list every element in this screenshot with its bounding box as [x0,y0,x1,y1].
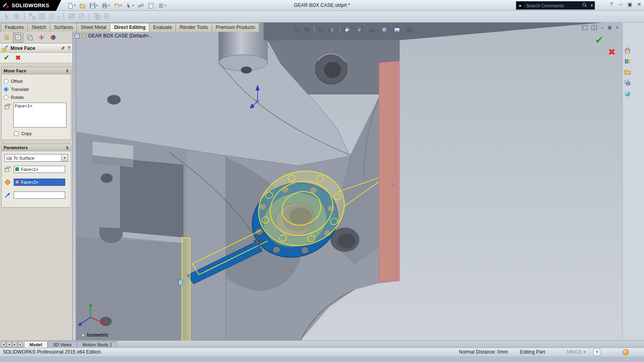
save-button[interactable]: ▾ [88,1,99,10]
undo-dropdown-icon[interactable]: ▾ [120,4,122,7]
view-settings-button[interactable]: ▾ [405,26,417,34]
radio-offset[interactable]: Offset [4,77,69,85]
end-condition-dropdown[interactable]: Up To Surface ▾ [4,154,68,162]
feature-tree-root[interactable]: + GEAR BOX CASE (Default<... [75,33,153,39]
dimxpertmanager-tab[interactable] [36,33,47,43]
tree-expand-icon[interactable]: + [75,34,79,38]
copy-checkbox[interactable] [14,131,19,136]
featuremanager-tab[interactable] [1,33,12,43]
view-palette-icon[interactable] [624,79,631,86]
print-button[interactable]: ▾ [100,1,111,10]
undo-button[interactable]: ▾ [112,1,123,10]
hide-show-items-button[interactable]: ▾ [367,26,379,34]
pm-help-icon[interactable]: ? [68,45,70,51]
radio-translate-input[interactable] [4,87,8,92]
view-orientation-dropdown-icon[interactable]: ▾ [351,28,353,32]
edit-appearance-button[interactable]: ▾ [380,26,392,34]
scene-dropdown-icon[interactable]: ▾ [401,28,403,32]
feature-tree-root-label[interactable]: GEAR BOX CASE (Default<... [88,33,153,39]
close-button[interactable]: ✕ [636,2,642,7]
graphics-area[interactable]: + GEAR BOX CASE (Default<... ▾ ▾ ▾ ▾ ▾ ▾… [73,23,622,340]
minimize-button[interactable]: ─ [618,2,623,7]
tab-render-tools[interactable]: Render Tools [175,23,212,32]
search-commands-box[interactable]: » ▾ [516,1,595,10]
direction-field[interactable] [14,191,65,199]
radio-offset-input[interactable] [4,79,8,84]
keep-visible-pin-icon[interactable] [60,45,66,51]
search-dropdown-icon[interactable]: ▾ [589,3,594,8]
tab-direct-editing[interactable]: Direct Editing [110,23,149,32]
confirm-cancel-button[interactable]: ✖ [608,47,616,58]
pane-split-icon[interactable] [591,25,597,30]
tab-motion-study[interactable]: Motion Study 1 [77,341,117,348]
measure-button[interactable] [136,1,145,10]
tab-premium-products[interactable]: Premium Products [212,23,260,32]
tab-3d-views[interactable]: 3D Views [48,341,77,348]
pm-cancel-button[interactable]: ✖ [15,54,21,62]
tab-scroll-first[interactable]: ◂ [1,341,6,347]
view-settings-dropdown-icon[interactable]: ▾ [414,28,415,32]
open-button[interactable] [78,1,87,10]
file-properties-button[interactable] [147,1,155,10]
select-button[interactable]: ▾ [124,1,135,10]
tab-scroll-last[interactable]: ▸ [18,341,23,347]
solidworks-resources-icon[interactable] [624,47,631,54]
radio-rotate[interactable]: Rotate [4,93,69,101]
save-dropdown-icon[interactable]: ▾ [96,4,98,7]
face2-field[interactable]: Face<2> [14,179,65,186]
pm-ok-button[interactable]: ✔ [4,53,9,62]
pane-left-icon[interactable] [582,25,588,30]
dropdown-arrow-icon[interactable]: ▾ [61,154,68,161]
options-dropdown-icon[interactable]: ▾ [165,4,166,7]
tab-model[interactable]: Model [24,341,47,348]
status-help-button[interactable]: ? [593,349,600,356]
target-face[interactable] [379,61,399,282]
radio-rotate-input[interactable] [4,95,8,100]
display-style-button[interactable]: ▾ [355,26,367,34]
section-dropdown-icon[interactable]: ▾ [335,28,337,32]
display-style-dropdown-icon[interactable]: ▾ [364,28,365,32]
file-explorer-icon[interactable] [624,68,631,76]
doc-minimize-button[interactable]: ─ [601,25,604,30]
move-face-selection-list[interactable]: Face<1> [13,103,66,128]
tab-scroll-left[interactable]: ◂ [6,341,12,347]
tab-sheet-metal[interactable]: Sheet Metal [76,23,110,32]
hide-show-dropdown-icon[interactable]: ▾ [376,28,378,32]
doc-restore-button[interactable]: ▣ [607,25,611,30]
new-dropdown-icon[interactable]: ▾ [74,4,76,7]
copy-checkbox-row[interactable]: Copy [14,131,69,136]
move-face-group-header[interactable]: Move Face «« [2,67,71,74]
units-selector[interactable]: MMGS ▾ [567,349,586,355]
zoom-area-button[interactable] [303,26,312,34]
tab-evaluate[interactable]: Evaluate [149,23,176,32]
select-dropdown-icon[interactable]: ▾ [132,4,134,7]
doc-close-button[interactable]: ✕ [615,25,619,30]
configurationmanager-tab[interactable] [25,33,35,43]
appearances-icon[interactable] [624,90,631,97]
collapse-chevron-icon[interactable]: «« [65,69,70,72]
apply-scene-button[interactable]: ▾ [392,26,404,34]
app-help-button[interactable]: ? [609,2,614,7]
new-document-button[interactable]: ▾ [66,1,77,10]
print-dropdown-icon[interactable]: ▾ [108,4,110,7]
search-input[interactable] [524,3,580,8]
face1-field[interactable]: Face<1> [14,166,65,173]
section-view-button[interactable]: ▾ [326,26,338,34]
model-canvas[interactable] [73,23,622,340]
radio-translate[interactable]: Translate [4,85,69,93]
parameters-group-header[interactable]: Parameters «« [2,144,71,151]
zoom-fit-button[interactable] [293,26,302,34]
tab-features[interactable]: Features [1,23,28,32]
search-icon[interactable] [580,2,589,8]
options-button[interactable]: ▾ [157,1,167,10]
view-orientation-button[interactable]: ▾ [343,26,354,34]
design-library-icon[interactable] [624,58,631,65]
appearance-dropdown-icon[interactable]: ▾ [389,28,390,32]
previous-view-button[interactable] [316,26,326,34]
restore-button[interactable]: ▣ [627,2,633,7]
tab-scroll-right[interactable]: ▸ [12,341,17,347]
selection-list-item[interactable]: Face<1> [15,103,65,108]
propertymanager-tab[interactable] [13,33,23,43]
collapse-chevron-icon[interactable]: «« [65,146,70,149]
confirm-ok-button[interactable]: ✔ [594,34,604,47]
